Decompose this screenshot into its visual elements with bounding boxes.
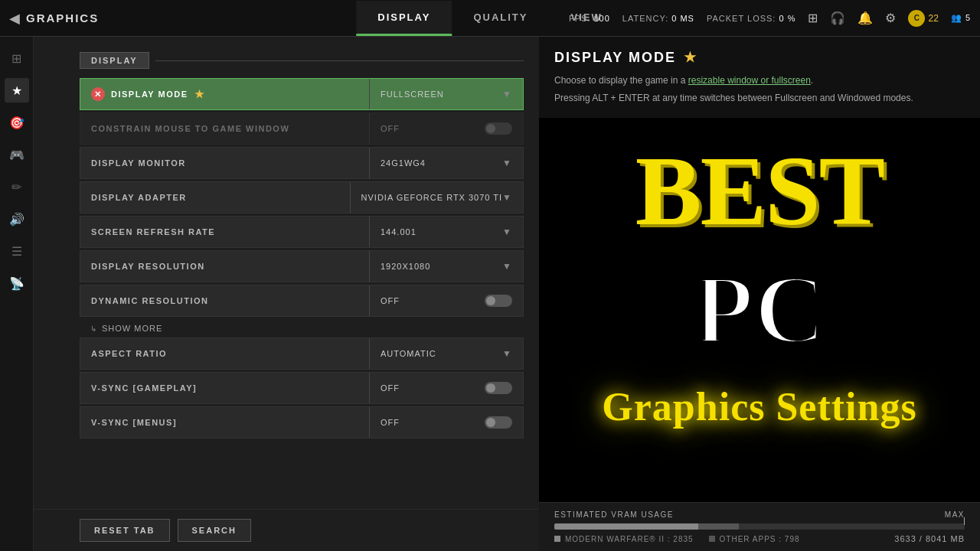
setting-row-vsync-gameplay[interactable]: V-SYNC [GAMEPLAY] OFF (80, 372, 524, 404)
setting-name-display-monitor: DISPLAY MONITOR (80, 158, 369, 168)
vram-bar-other (698, 523, 740, 530)
chevron-down-icon: ▼ (502, 192, 512, 203)
setting-row-display-adapter[interactable]: DISPLAY ADAPTER NVIDIA GEFORCE RTX 3070 … (80, 181, 524, 214)
vram-legend-other: OTHER APPS : 798 (709, 534, 800, 543)
setting-value-display-adapter: NVIDIA GEFORCE RTX 3070 TI ▼ (351, 192, 523, 203)
show-more-row[interactable]: ↳ SHOW MORE (80, 319, 524, 337)
pc-text: PC (554, 259, 965, 359)
vram-bar (554, 523, 965, 530)
chevron-down-icon: ▼ (502, 89, 512, 99)
settings-panel: DISPLAY ✕ DISPLAY MODE ★ FULLSCREEN ▼ (34, 37, 539, 551)
setting-value-dynamic-resolution: OFF (370, 295, 523, 307)
close-icon[interactable]: ✕ (91, 87, 105, 101)
info-desc1: Choose to display the game in a resizabl… (554, 73, 965, 88)
tab-display[interactable]: DISPLAY (356, 1, 452, 36)
toggle-constrain-mouse[interactable] (485, 122, 512, 135)
graphics-settings-text: Graphics Settings (539, 384, 980, 429)
setting-value-display-monitor: 24G1WG4 ▼ (370, 158, 523, 168)
vram-max-label: MAX (945, 510, 965, 519)
topbar-tabs: DISPLAY QUALITY VIEW (356, 1, 623, 36)
setting-name-vsync-menus: V-SYNC [MENUS] (80, 418, 369, 427)
currency-display: C 22 (908, 10, 938, 27)
setting-value-constrain-mouse: OFF (370, 122, 523, 135)
tab-view[interactable]: VIEW (549, 1, 623, 36)
star-icon: ★ (684, 49, 697, 66)
page-title: GRAPHICS (26, 11, 99, 24)
setting-row-display-mode[interactable]: ✕ DISPLAY MODE ★ FULLSCREEN ▼ (80, 78, 524, 110)
sidebar-icon-menu[interactable]: ☰ (5, 239, 29, 263)
preview-content: BEST PC Graphics Settings (539, 118, 980, 502)
setting-row-refresh-rate[interactable]: SCREEN REFRESH RATE 144.001 ▼ (80, 216, 524, 248)
setting-value-refresh-rate: 144.001 ▼ (370, 227, 523, 237)
reset-tab-button[interactable]: RESET TAB (80, 519, 170, 542)
headset-icon[interactable]: 🎧 (830, 11, 845, 25)
currency-icon: C (908, 10, 925, 27)
bell-icon[interactable]: 🔔 (858, 11, 873, 25)
setting-name-dynamic-resolution: DYNAMIC RESOLUTION (80, 296, 369, 305)
setting-name-aspect-ratio: ASPECT RATIO (80, 349, 369, 358)
setting-name-constrain-mouse: CONSTRAIN MOUSE TO GAME WINDOW (80, 124, 369, 133)
vram-dot-other (709, 536, 715, 542)
toggle-vsync-gameplay[interactable] (485, 382, 512, 394)
toggle-vsync-menus[interactable] (485, 416, 512, 429)
sidebar: ⊞ ★ 🎯 🎮 ✏ 🔊 ☰ 📡 (0, 37, 34, 551)
vram-bar-mw (554, 523, 698, 530)
grid-icon[interactable]: ⊞ (808, 11, 818, 25)
info-desc2: Pressing ALT + ENTER at any time switche… (554, 91, 965, 106)
gear-icon[interactable]: ⚙ (885, 11, 896, 25)
setting-name-resolution: DISPLAY RESOLUTION (80, 262, 369, 271)
preview-panel: DISPLAY MODE ★ Choose to display the gam… (539, 37, 980, 551)
settings-footer: RESET TAB SEARCH (34, 509, 539, 551)
info-title: DISPLAY MODE ★ (554, 49, 965, 66)
setting-row-constrain-mouse: CONSTRAIN MOUSE TO GAME WINDOW OFF (80, 112, 524, 145)
chevron-down-icon: ▼ (502, 261, 512, 272)
setting-name-refresh-rate: SCREEN REFRESH RATE (80, 227, 369, 236)
setting-row-resolution[interactable]: DISPLAY RESOLUTION 1920X1080 ▼ (80, 250, 524, 282)
vram-legend-mw: MODERN WARFARE® II : 2835 (554, 534, 694, 543)
settings-tab-line (155, 60, 524, 61)
setting-row-vsync-menus[interactable]: V-SYNC [MENUS] OFF (80, 406, 524, 439)
setting-row-display-monitor[interactable]: DISPLAY MONITOR 24G1WG4 ▼ (80, 147, 524, 179)
show-more-icon: ↳ (90, 324, 97, 333)
topbar-left: ◀ GRAPHICS (9, 10, 132, 27)
sidebar-icon-audio[interactable]: 🔊 (5, 207, 29, 231)
best-text: BEST (554, 141, 965, 240)
setting-value-display-mode: FULLSCREEN ▼ (370, 89, 523, 99)
setting-name-display-mode: ✕ DISPLAY MODE ★ (80, 87, 369, 101)
chevron-down-icon: ▼ (502, 348, 512, 359)
info-panel: DISPLAY MODE ★ Choose to display the gam… (539, 37, 980, 118)
topbar: ◀ GRAPHICS DISPLAY QUALITY VIEW FPS: 100… (0, 0, 980, 37)
sidebar-icon-edit[interactable]: ✏ (5, 174, 29, 199)
search-button[interactable]: SEARCH (178, 519, 251, 542)
chevron-down-icon: ▼ (502, 158, 512, 168)
latency-stat: LATENCY: 0 MS (622, 14, 694, 23)
chevron-down-icon: ▼ (502, 227, 512, 237)
setting-name-display-adapter: DISPLAY ADAPTER (80, 193, 350, 202)
toggle-dynamic-resolution[interactable] (485, 295, 512, 307)
sidebar-icon-network[interactable]: 📡 (5, 271, 29, 295)
sidebar-icon-home[interactable]: ⊞ (5, 46, 29, 70)
star-icon-display-mode: ★ (194, 88, 206, 100)
tab-quality[interactable]: QUALITY (452, 1, 549, 36)
vram-header: ESTIMATED VRAM USAGE MAX (554, 510, 965, 519)
vram-section: ESTIMATED VRAM USAGE MAX MODERN WARFARE®… (539, 502, 980, 551)
sidebar-icon-favorites[interactable]: ★ (5, 78, 29, 103)
vram-total: 3633 / 8041 MB (894, 534, 965, 543)
sidebar-icon-controller[interactable]: 🎮 (5, 142, 29, 167)
setting-value-vsync-menus: OFF (370, 416, 523, 429)
vram-legend: MODERN WARFARE® II : 2835 OTHER APPS : 7… (554, 534, 965, 543)
setting-value-resolution: 1920X1080 ▼ (370, 261, 523, 272)
sidebar-icon-missions[interactable]: 🎯 (5, 110, 29, 135)
vram-label: ESTIMATED VRAM USAGE (554, 510, 674, 519)
setting-row-aspect-ratio[interactable]: ASPECT RATIO AUTOMATIC ▼ (80, 337, 524, 370)
setting-value-vsync-gameplay: OFF (370, 382, 523, 394)
back-button[interactable]: ◀ (9, 10, 20, 27)
settings-tab-header: DISPLAY (80, 52, 524, 69)
setting-value-aspect-ratio: AUTOMATIC ▼ (370, 348, 523, 359)
social-stat: 👥 5 (951, 13, 971, 23)
topbar-right: FPS: 100 LATENCY: 0 MS PACKET LOSS: 0 % … (569, 10, 971, 27)
settings-tab-label: DISPLAY (80, 52, 149, 69)
setting-row-dynamic-resolution[interactable]: DYNAMIC RESOLUTION OFF (80, 285, 524, 317)
packetloss-stat: PACKET LOSS: 0 % (707, 14, 795, 23)
vram-dot-mw (554, 536, 560, 542)
